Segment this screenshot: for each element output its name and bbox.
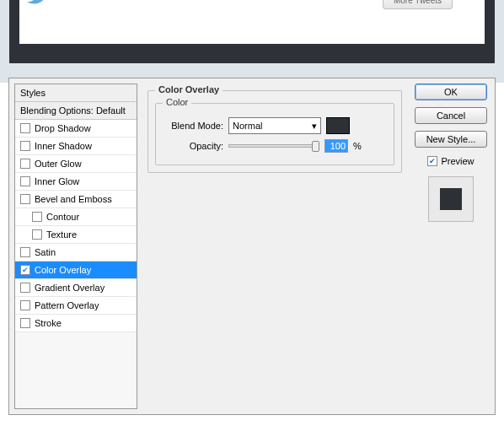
checkbox-icon[interactable] bbox=[20, 300, 30, 310]
blend-mode-label: Blend Mode: bbox=[163, 121, 223, 131]
preview-checkbox[interactable]: ✔ bbox=[427, 156, 437, 166]
settings-panel: Color Overlay Color Blend Mode: Normal ▾… bbox=[147, 84, 402, 409]
style-label: Satin bbox=[35, 247, 56, 257]
checkbox-icon[interactable] bbox=[20, 318, 30, 328]
opacity-input[interactable] bbox=[324, 139, 348, 153]
style-contour[interactable]: Contour bbox=[15, 208, 137, 226]
style-satin[interactable]: Satin bbox=[15, 244, 137, 262]
ok-button[interactable]: OK bbox=[415, 84, 487, 100]
style-gradient-overlay[interactable]: Gradient Overlay bbox=[15, 279, 137, 297]
checkbox-icon[interactable]: ✔ bbox=[20, 265, 30, 275]
checkbox-icon[interactable] bbox=[20, 176, 30, 186]
style-label: Inner Glow bbox=[35, 176, 79, 186]
opacity-slider[interactable] bbox=[228, 144, 319, 148]
preview-swatch bbox=[440, 188, 462, 210]
opacity-unit: % bbox=[353, 141, 362, 151]
style-stroke[interactable]: Stroke bbox=[15, 315, 137, 332]
style-label: Bevel and Emboss bbox=[35, 194, 112, 204]
more-tweets-button[interactable]: More Tweets bbox=[383, 0, 453, 9]
checkbox-icon[interactable] bbox=[20, 283, 30, 293]
style-label: Gradient Overlay bbox=[35, 283, 105, 293]
style-label: Drop Shadow bbox=[35, 123, 91, 133]
color-swatch[interactable] bbox=[326, 117, 350, 134]
style-label: Stroke bbox=[35, 318, 62, 328]
preview-label: Preview bbox=[441, 156, 474, 166]
dialog-buttons: OK Cancel New Style... ✔ Preview bbox=[412, 84, 490, 409]
style-label: Contour bbox=[46, 212, 79, 222]
opacity-label: Opacity: bbox=[163, 141, 223, 151]
style-inner-shadow[interactable]: Inner Shadow bbox=[15, 138, 137, 155]
preview-box bbox=[428, 176, 474, 222]
style-color-overlay[interactable]: ✔Color Overlay bbox=[15, 262, 137, 279]
style-label: Pattern Overlay bbox=[35, 300, 99, 310]
checkbox-icon[interactable] bbox=[32, 229, 42, 240]
layer-style-dialog: Styles Blending Options: Default Drop Sh… bbox=[8, 78, 496, 415]
cancel-button[interactable]: Cancel bbox=[415, 107, 487, 124]
style-pattern-overlay[interactable]: Pattern Overlay bbox=[15, 297, 137, 315]
styles-header[interactable]: Styles bbox=[15, 84, 137, 102]
new-style-button[interactable]: New Style... bbox=[415, 131, 487, 148]
chevron-down-icon: ▾ bbox=[312, 121, 317, 132]
blend-mode-select[interactable]: Normal ▾ bbox=[228, 117, 321, 134]
styles-panel: Styles Blending Options: Default Drop Sh… bbox=[14, 84, 137, 409]
style-inner-glow[interactable]: Inner Glow bbox=[15, 173, 137, 191]
checkbox-icon[interactable] bbox=[32, 212, 42, 222]
checkbox-icon[interactable] bbox=[20, 194, 30, 204]
style-outer-glow[interactable]: Outer Glow bbox=[15, 155, 137, 173]
checkbox-icon[interactable] bbox=[20, 123, 30, 133]
checkbox-icon[interactable] bbox=[20, 141, 30, 151]
style-label: Inner Shadow bbox=[35, 141, 92, 151]
twitter-icon bbox=[26, 0, 50, 7]
checkbox-icon[interactable] bbox=[20, 247, 30, 257]
style-label: Outer Glow bbox=[35, 159, 82, 169]
style-label: Texture bbox=[46, 229, 77, 240]
blending-options-header[interactable]: Blending Options: Default bbox=[15, 102, 137, 120]
panel-title: Color Overlay bbox=[155, 84, 223, 94]
slider-thumb[interactable] bbox=[312, 141, 319, 152]
blend-mode-value: Normal bbox=[233, 121, 262, 131]
style-bevel-emboss[interactable]: Bevel and Emboss bbox=[15, 191, 137, 208]
style-drop-shadow[interactable]: Drop Shadow bbox=[15, 120, 137, 138]
color-group-title: Color bbox=[163, 97, 191, 107]
checkbox-icon[interactable] bbox=[20, 159, 30, 169]
style-label: Color Overlay bbox=[35, 265, 91, 275]
style-texture[interactable]: Texture bbox=[15, 226, 137, 244]
